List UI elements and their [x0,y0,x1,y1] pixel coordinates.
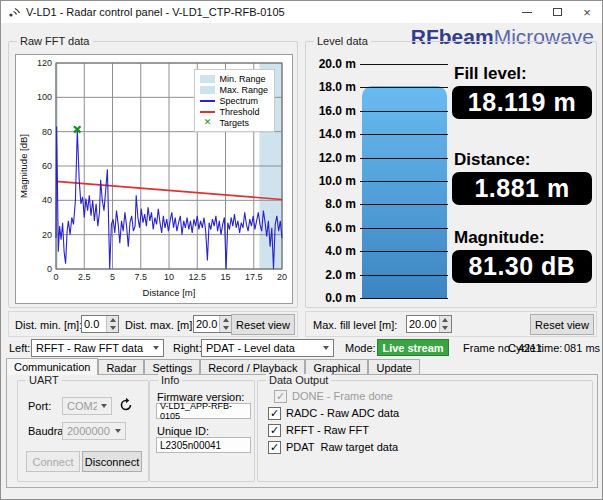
tab-update[interactable]: Update [368,359,419,375]
tab-radar[interactable]: Radar [98,359,144,375]
communication-tab-panel: UART Port: COM23 Baudrate: 2000000 Conne… [6,374,598,488]
tank-tick-line [360,134,448,135]
firmware-value-field[interactable]: V-LD1_APP-RFB-0105 [156,403,251,419]
chart-legend: Min. RangeMax. RangeSpectrumThreshold✕Ta… [194,69,275,132]
refresh-ports-button[interactable] [118,397,134,415]
checkbox-icon: ✓ [274,390,287,403]
magnitude-heading: Magnitude: [454,228,545,248]
port-value: COM23 [63,400,97,412]
baudrate-value: 2000000 [63,425,111,437]
dist-max-label: Dist. max. [m]: [125,316,195,334]
left-stream-label: Left: [9,339,30,357]
left-stream-value: RFFT - Raw FFT data [32,342,149,354]
tab-settings[interactable]: Settings [144,359,200,375]
minimize-button[interactable] [512,1,542,23]
left-stream-select[interactable]: RFFT - Raw FFT data [31,339,164,357]
disconnect-button[interactable]: Disconnect [82,451,142,472]
close-icon: × [583,6,591,19]
tank-tick-label: 8.0 m [310,197,356,211]
max-fill-spinner[interactable]: 20.00 [406,315,452,333]
app-window: V-LD1 - Radar control panel - V-LD1_CTP-… [0,0,603,500]
uart-groupbox: UART Port: COM23 Baudrate: 2000000 Conne… [17,380,149,482]
svg-text:5: 5 [110,272,115,282]
tab-communication[interactable]: Communication [6,358,98,375]
svg-text:7.5: 7.5 [134,272,147,282]
tank-tick-line [360,87,448,88]
dist-min-value[interactable]: 0.0 [82,316,106,332]
svg-text:40: 40 [42,195,52,205]
tank-tick-label: 12.0 m [310,151,356,165]
dist-min-spinner-arrows[interactable] [106,316,118,332]
cycle-time-value: 081 ms [564,339,600,357]
max-fill-value[interactable]: 20.00 [407,316,439,332]
close-button[interactable]: × [572,1,602,23]
tank-tick-label: 6.0 m [310,221,356,235]
dist-max-spinner[interactable]: 20.0 [193,315,232,333]
cycle-time-label: Cycle time: [508,339,562,357]
unique-id-label: Unique ID: [157,425,209,437]
data-output-group-label: Data Output [266,374,331,386]
tank-tick-label: 10.0 m [310,174,356,188]
tank-tick-label: 16.0 m [310,104,356,118]
dist-max-spinner-arrows[interactable] [219,316,231,332]
level-reset-view-button[interactable]: Reset view [530,314,594,335]
checkbox-icon[interactable]: ✓ [268,424,281,437]
svg-text:80: 80 [42,127,52,137]
tab-graphical[interactable]: Graphical [305,359,368,375]
legend-entry: Threshold [199,106,268,117]
svg-text:120: 120 [37,58,52,68]
connect-button[interactable]: Connect [26,451,80,472]
tank-tick-line [360,298,448,299]
mode-label: Mode: [345,339,376,357]
right-stream-select[interactable]: PDAT - Level data [201,339,334,357]
legend-swatch: ✕ [199,118,215,127]
distance-value: 1.881 m [452,172,592,205]
checkbox-row[interactable]: ✓ RFFT - Raw FFT [268,423,369,437]
legend-swatch [199,111,215,113]
legend-entry: Spectrum [199,95,268,106]
tank-tick-line [360,275,448,276]
tank-tick-label: 2.0 m [310,268,356,282]
dist-min-spinner[interactable]: 0.0 [81,315,119,333]
checkbox-row[interactable]: ✓ RADC - Raw ADC data [268,406,399,420]
chevron-down-icon [111,429,125,433]
chevron-down-icon [319,346,333,350]
unique-id-field[interactable]: L2305n00041 [156,437,251,453]
checkbox-icon[interactable]: ✓ [268,407,281,420]
raw-fft-group-label: Raw FFT data [17,35,93,47]
port-select[interactable]: COM23 [62,397,112,415]
app-icon [8,6,21,19]
right-stream-label: Right: [173,339,202,357]
tab-record-playback[interactable]: Record / Playback [200,359,305,375]
fft-view-controls: Dist. min. [m]: 0.0 Dist. max. [m]: 20.0… [8,311,298,337]
tank-gauge: 20.0 m18.0 m16.0 m14.0 m12.0 m10.0 m8.0 … [310,58,456,304]
port-label: Port: [28,400,51,412]
svg-text:60: 60 [42,161,52,171]
maximize-button[interactable] [542,1,572,23]
checkbox-row: ✓ DONE - Frame done [274,389,393,403]
magnitude-value: 81.30 dB [452,250,592,283]
tank-tick-line [360,64,448,65]
tank-tick-line [360,204,448,205]
distance-heading: Distance: [454,150,531,170]
dist-max-value[interactable]: 20.0 [194,316,219,332]
fill-level-value: 18.119 m [452,86,592,119]
max-fill-spinner-arrows[interactable] [439,316,451,332]
tank-fill [362,86,447,298]
info-group-label: Info [158,374,182,386]
checkbox-row[interactable]: ✓ PDAT Raw target data [268,440,398,454]
baudrate-select[interactable]: 2000000 [62,422,126,440]
legend-entry: Min. Range [199,73,268,84]
svg-text:0: 0 [47,264,52,274]
tank-tick-label: 18.0 m [310,80,356,94]
legend-entry: ✕Targets [199,117,268,128]
fft-reset-view-button[interactable]: Reset view [231,314,295,335]
tank-tick-line [360,228,448,229]
checkbox-label: RADC - Raw ADC data [286,407,399,419]
tabstrip: CommunicationRadarSettingsRecord / Playb… [6,358,420,375]
checkbox-label: PDAT Raw target data [286,441,398,453]
checkbox-icon[interactable]: ✓ [268,441,281,454]
fft-chart[interactable]: 0 2.5 5 7.5 10 12.5 15 17.5 20 0 20 40 6… [15,54,293,304]
checkbox-label: DONE - Frame done [292,390,393,402]
tank-tick-label: 14.0 m [310,127,356,141]
